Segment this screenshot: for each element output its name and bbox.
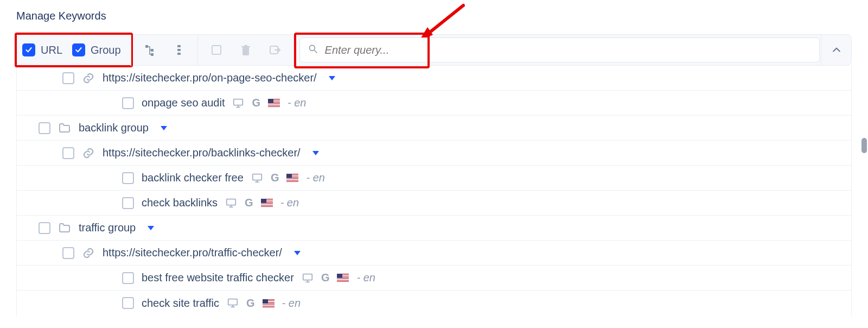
keyword-text: check site traffic [142,297,219,310]
flag-us-icon [263,299,275,307]
google-icon: G [252,97,260,109]
group-row[interactable]: backlink group [17,116,851,141]
row-checkbox[interactable] [62,247,74,259]
desktop-icon [227,297,239,309]
url-row[interactable]: https://sitechecker.pro/on-page-seo-chec… [17,66,851,91]
checkbox-checked-icon [72,43,85,56]
flag-us-icon [286,174,298,182]
keyword-text: best free website traffic checker [142,272,294,284]
svg-rect-18 [227,199,236,205]
keyword-text: backlink checker free [142,172,244,184]
toggle-group-label: Group [91,44,121,56]
keyword-list: https://sitechecker.pro/on-page-seo-chec… [16,66,852,316]
toolbar-action-buttons [198,35,293,65]
toolbar: URL Group [16,34,852,66]
row-checkbox[interactable] [122,172,134,184]
expand-icon[interactable] [329,76,335,80]
toggle-group[interactable]: Group [72,43,121,56]
link-icon [82,147,95,160]
keyword-row[interactable]: onpage seo audit G - en [17,91,851,116]
svg-rect-5 [177,45,181,47]
svg-point-10 [309,45,315,51]
lang-suffix: - en [282,297,301,310]
toolbar-view-buttons [131,35,197,65]
search-container [294,35,821,65]
url-text: https://sitechecker.pro/backlinks-checke… [103,147,301,159]
row-checkbox[interactable] [122,297,134,309]
group-name: backlink group [79,122,149,134]
delete-button[interactable] [236,40,256,60]
google-icon: G [246,297,255,310]
keyword-row[interactable]: best free website traffic checker G - en [17,266,851,291]
google-icon: G [245,197,253,209]
row-checkbox[interactable] [122,97,134,109]
expand-icon[interactable] [294,251,301,255]
tree-view-button[interactable] [140,40,159,60]
flag-us-icon [268,99,280,107]
url-row[interactable]: https://sitechecker.pro/traffic-checker/ [17,241,851,266]
link-icon [82,72,95,85]
toggle-url[interactable]: URL [22,43,62,56]
expand-icon[interactable] [148,226,154,230]
lang-suffix: - en [306,172,324,184]
svg-line-11 [314,50,317,53]
desktop-icon [251,172,263,184]
row-checkbox[interactable] [62,147,74,159]
desktop-icon [225,197,237,209]
lang-suffix: - en [288,97,306,109]
svg-rect-2 [145,45,148,48]
move-button[interactable] [265,40,285,60]
row-checkbox[interactable] [39,122,50,134]
desktop-icon [302,272,314,284]
search-input[interactable] [325,44,812,56]
link-icon [82,247,95,260]
expand-icon[interactable] [161,126,167,130]
svg-rect-12 [234,99,243,105]
toggle-url-label: URL [41,44,62,56]
expand-icon[interactable] [312,151,319,155]
search-box[interactable] [299,37,820,62]
lang-suffix: - en [280,197,299,209]
row-checkbox[interactable] [39,222,50,234]
flag-us-icon [337,274,349,282]
svg-rect-15 [253,174,262,180]
google-icon: G [271,172,279,184]
svg-rect-7 [177,53,181,55]
google-icon: G [321,272,330,284]
scrollbar-thumb[interactable] [861,138,867,153]
svg-rect-6 [177,49,181,51]
lang-suffix: - en [356,272,375,284]
collapse-toggle[interactable] [821,35,851,65]
svg-rect-21 [303,274,312,280]
filter-toggle-group: URL Group [15,33,133,67]
keyword-text: onpage seo audit [142,97,225,109]
url-row[interactable]: https://sitechecker.pro/backlinks-checke… [17,141,851,166]
row-checkbox[interactable] [122,197,134,209]
search-icon [308,43,318,57]
keyword-row[interactable]: check site traffic G - en [17,291,851,316]
url-text: https://sitechecker.pro/traffic-checker/ [103,247,282,259]
checkbox-checked-icon [22,43,35,56]
flag-us-icon [261,199,273,207]
desktop-icon [232,97,244,109]
keyword-row[interactable]: backlink checker free G - en [17,166,851,191]
svg-rect-4 [151,53,154,56]
folder-icon [58,222,71,235]
row-checkbox[interactable] [122,272,134,284]
keyword-text: check backlinks [142,197,218,209]
keyword-row[interactable]: check backlinks G - en [17,191,851,216]
page-title: Manage Keywords [16,10,852,22]
select-all-button[interactable] [207,40,226,60]
more-options-button[interactable] [169,40,189,60]
group-name: traffic group [79,222,136,234]
svg-rect-24 [228,299,238,305]
folder-icon [58,122,71,135]
row-checkbox[interactable] [62,72,74,84]
url-text: https://sitechecker.pro/on-page-seo-chec… [103,72,317,84]
group-row[interactable]: traffic group [17,216,851,241]
svg-rect-8 [212,46,221,54]
svg-rect-3 [151,49,154,52]
